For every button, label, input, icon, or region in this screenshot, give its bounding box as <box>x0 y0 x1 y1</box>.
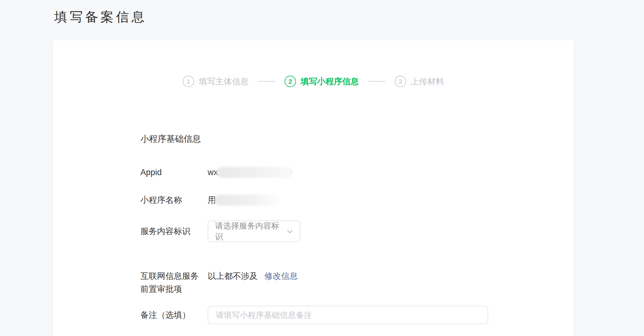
step-1-circle: 1 <box>183 76 194 87</box>
appid-value: wx 9 <box>208 167 292 178</box>
step-2-label: 填写小程序信息 <box>301 76 359 87</box>
appid-label: Appid <box>140 167 208 178</box>
service-tag-placeholder: 请选择服务内容标识 <box>215 220 283 242</box>
miniprogram-name-label: 小程序名称 <box>140 195 208 206</box>
step-1-label: 填写主体信息 <box>199 76 249 87</box>
pre-approval-label-line1: 互联网信息服务 <box>140 270 208 283</box>
pre-approval-label-line2: 前置审批项 <box>140 283 208 296</box>
wizard-stepper: 1 填写主体信息 2 填写小程序信息 3 上传材料 <box>53 40 574 87</box>
step-3-circle: 3 <box>395 76 406 87</box>
modify-info-link[interactable]: 修改信息 <box>264 270 298 283</box>
chevron-down-icon <box>286 228 293 235</box>
service-tag-row: 服务内容标识 请选择服务内容标识 <box>140 220 488 242</box>
miniprogram-name-value: 用 <box>208 195 281 206</box>
pre-approval-value-group: 以上都不涉及 修改信息 <box>208 270 298 283</box>
pre-approval-row: 互联网信息服务 前置审批项 以上都不涉及 修改信息 <box>140 270 488 296</box>
pre-approval-label: 互联网信息服务 前置审批项 <box>140 270 208 296</box>
filing-card: 1 填写主体信息 2 填写小程序信息 3 上传材料 小程序基础信息 Appid … <box>53 40 574 336</box>
step-connector <box>368 81 385 82</box>
miniprogram-name-redacted-blur <box>215 195 281 206</box>
appid-row: Appid wx 9 <box>140 167 488 178</box>
step-subject-info: 1 填写主体信息 <box>183 76 249 87</box>
section-title: 小程序基础信息 <box>140 133 488 145</box>
remark-input[interactable] <box>208 306 488 324</box>
miniprogram-basic-info-form: 小程序基础信息 Appid wx 9 小程序名称 用 服务 <box>140 133 488 324</box>
step-upload-materials: 3 上传材料 <box>395 76 444 87</box>
pre-approval-value: 以上都不涉及 <box>208 270 258 283</box>
service-tag-select[interactable]: 请选择服务内容标识 <box>208 220 300 242</box>
page-title: 填写备案信息 <box>54 10 147 24</box>
remark-row: 备注（选填） <box>140 306 488 324</box>
miniprogram-name-row: 小程序名称 用 <box>140 195 488 206</box>
service-tag-label: 服务内容标识 <box>140 226 208 237</box>
filing-page: 填写备案信息 1 填写主体信息 2 填写小程序信息 3 上传材料 小程序基础信息 <box>0 0 644 336</box>
step-connector <box>258 81 275 82</box>
step-miniprogram-info: 2 填写小程序信息 <box>285 76 359 87</box>
remark-label: 备注（选填） <box>140 309 208 321</box>
appid-redacted-blur <box>217 167 293 178</box>
step-2-circle: 2 <box>285 76 296 87</box>
step-3-label: 上传材料 <box>411 76 444 87</box>
